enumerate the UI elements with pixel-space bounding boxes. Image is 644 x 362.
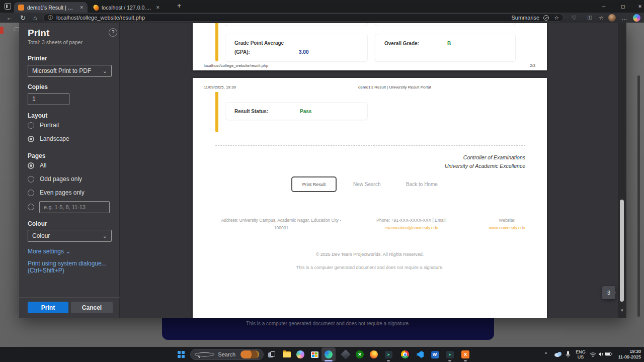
radio-landscape[interactable]: Landscape [28, 135, 69, 142]
radio-portrait[interactable]: Portrait [28, 122, 59, 129]
refresh-icon[interactable]: ↻ [20, 13, 26, 23]
tab-title: demo1's Result | University Resul... [27, 5, 75, 11]
print-settings-panel: Print ? Total: 3 sheets of paper Printer… [19, 23, 120, 318]
home-icon[interactable]: ⌂ [33, 13, 37, 23]
favorite-star-icon[interactable]: ☆ [554, 15, 559, 21]
taskbar-clock[interactable]: 19:30 11-09-2025 [613, 349, 641, 360]
unity-icon [341, 349, 351, 359]
tab-result-page[interactable]: demo1's Result | University Resul... ✕ [14, 2, 88, 13]
chrome-button[interactable] [401, 347, 409, 362]
radio-pages-custom[interactable] [28, 204, 34, 210]
radio-pages-odd[interactable]: Odd pages only [28, 175, 82, 183]
address-line-2: 100001 [274, 225, 288, 230]
speaker-icon[interactable] [598, 351, 604, 357]
copilot-button[interactable] [296, 347, 304, 362]
summarise-icon[interactable] [543, 15, 549, 21]
firefox-button[interactable] [370, 347, 378, 362]
printer-label: Printer [28, 55, 47, 62]
new-tab-button[interactable]: + [177, 2, 181, 10]
result-favicon-icon [18, 5, 24, 11]
favorites-bar-icon[interactable]: ☆ [598, 13, 605, 23]
file-explorer-button[interactable] [283, 347, 291, 362]
chrome-icon [401, 350, 409, 358]
wifi-icon[interactable] [590, 352, 596, 357]
profile-avatar[interactable] [608, 14, 616, 22]
radio-pages-even[interactable]: Even pages only [28, 189, 85, 196]
scroll-down-icon[interactable]: ▼ [619, 308, 625, 313]
xbox-icon: ✕ [356, 350, 364, 358]
url-text[interactable]: localhost/college_website/result.php [56, 15, 512, 21]
microsoft-store-button[interactable] [310, 347, 318, 362]
store-icon [311, 351, 318, 358]
tab-phpmyadmin[interactable]: localhost / 127.0.0.1 / college_db... ✕ [90, 2, 174, 13]
print-header-title: demo1's Result | University Result Porta… [358, 85, 431, 89]
preview-scrollbar-thumb[interactable] [620, 200, 624, 302]
edge-button-active[interactable] [321, 347, 336, 361]
copilot-icon[interactable] [633, 14, 640, 22]
radio-icon[interactable] [28, 204, 34, 210]
browser-essentials-icon[interactable]: ♡ [571, 13, 578, 23]
radio-icon[interactable] [28, 122, 34, 129]
taskbar: Search ✕ ➤ W ➤ X ^ ENG US 19:30 11 [0, 347, 644, 362]
radio-label: Even pages only [40, 189, 85, 196]
tab-close-icon[interactable]: ✕ [156, 5, 160, 10]
more-menu-icon[interactable]: … [621, 13, 628, 23]
signature-line-1: Controller of Examinations [374, 154, 525, 160]
page-edge-red-artifact [0, 27, 4, 34]
word-button[interactable]: W [431, 347, 439, 362]
cancel-button[interactable]: Cancel [71, 302, 113, 313]
wallet-key-icon[interactable]: ⚿ [586, 13, 593, 23]
download-manager-icon: ➤ [446, 351, 454, 358]
radio-pages-all[interactable]: All [28, 162, 46, 169]
weather-cloud-icon[interactable] [553, 351, 562, 357]
vscode-button[interactable] [416, 347, 424, 362]
task-view-button[interactable] [268, 347, 276, 362]
printer-select[interactable]: Microsoft Print to PDF ⌄ [28, 65, 112, 77]
more-settings-link[interactable]: More settings ⌄ [28, 248, 70, 255]
summarise-button[interactable]: Summarise [512, 15, 540, 21]
page-footer-note: This is a computer generated document an… [246, 321, 410, 326]
back-icon[interactable]: ← [6, 13, 13, 23]
radio-selected-icon[interactable] [28, 162, 34, 169]
running-indicator [448, 360, 451, 361]
printer-value: Microsoft Print to PDF [32, 67, 91, 74]
print-dialog: Print ? Total: 3 sheets of paper Printer… [19, 23, 626, 318]
browser-tab-strip: demo1's Result | University Resul... ✕ l… [0, 0, 644, 13]
lang-line-1: ENG [576, 349, 586, 354]
signature-line-2: University of Academic Excellence [374, 163, 525, 169]
grade-value: B [447, 41, 451, 46]
radio-label: Landscape [40, 135, 69, 142]
tray-chevron-icon[interactable]: ^ [542, 351, 549, 356]
xbox-button[interactable]: ✕ [356, 347, 364, 362]
start-button[interactable] [176, 347, 186, 362]
layout-label: Layout [28, 112, 47, 119]
tab-actions-menu-icon[interactable] [5, 3, 11, 10]
radio-icon[interactable] [28, 190, 34, 196]
new-search-button: New Search [353, 182, 380, 187]
status-card: Result Status: Pass [225, 102, 368, 120]
seasonal-search-icon [240, 350, 259, 358]
system-dialog-link[interactable]: Print using system dialogue... (Ctrl+Shi… [28, 260, 119, 274]
custom-pages-input[interactable] [39, 201, 110, 213]
address-bar[interactable]: ⓘ localhost/college_website/result.php S… [43, 14, 564, 22]
taskbar-search[interactable]: Search [190, 349, 264, 360]
website-link: www.university.edu [489, 225, 525, 230]
unity-button[interactable] [342, 347, 350, 362]
window-close-button[interactable]: ✕ [631, 0, 644, 13]
colour-select[interactable]: Colour ⌄ [28, 230, 112, 242]
language-indicator[interactable]: ENG US [575, 349, 587, 359]
battery-icon[interactable] [605, 352, 612, 356]
radio-icon[interactable] [28, 176, 34, 183]
windows-logo-icon [178, 351, 185, 358]
site-info-icon[interactable]: ⓘ [48, 14, 53, 21]
chevron-down-icon: ⌄ [103, 68, 107, 74]
window-maximize-button[interactable]: ▢ [614, 0, 632, 13]
radio-selected-icon[interactable] [28, 136, 34, 142]
window-minimize-button[interactable]: ─ [595, 0, 613, 13]
tab-close-icon[interactable]: ✕ [79, 5, 84, 10]
print-button[interactable]: Print [28, 302, 68, 313]
microphone-icon[interactable] [566, 351, 571, 358]
help-icon[interactable]: ? [109, 28, 117, 37]
print-dialog-title: Print [28, 28, 49, 39]
copies-input[interactable] [28, 93, 69, 105]
